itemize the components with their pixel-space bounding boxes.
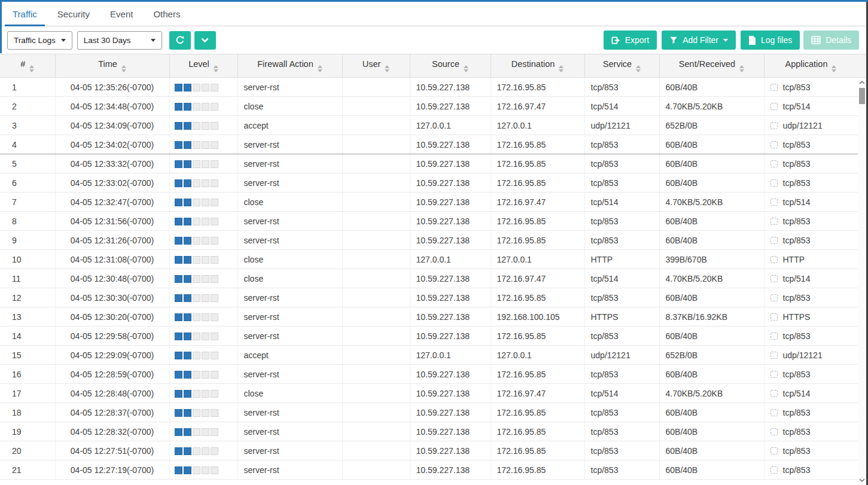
table-row[interactable]: 1 04-05 12:35:26(-0700) server-rst 10.59… [0, 78, 858, 97]
column-header-user[interactable]: User [342, 54, 410, 78]
destination-cell: 172.16.95.85 [491, 441, 584, 460]
user-cell [342, 460, 410, 480]
application-placeholder-icon [770, 160, 778, 167]
user-cell [342, 173, 410, 193]
column-header-label: Level [188, 59, 209, 69]
level-cell [169, 460, 237, 480]
application-placeholder-icon [770, 447, 778, 455]
table-row[interactable]: 18 04-05 12:28:37(-0700) server-rst 10.5… [0, 403, 858, 422]
user-cell [342, 135, 410, 154]
source-cell: 10.59.227.138 [410, 460, 491, 480]
refresh-button[interactable] [169, 31, 191, 50]
scroll-up-arrow[interactable] [858, 78, 866, 87]
source-cell: 10.59.227.138 [410, 231, 491, 250]
time-cell: 04-05 12:32:47(-0700) [55, 193, 169, 212]
application-placeholder-icon [770, 256, 778, 263]
row-number-cell: 20 [0, 441, 55, 460]
firewall-action-cell: server-rst [237, 460, 342, 480]
table-row[interactable]: 12 04-05 12:30:30(-0700) server-rst 10.5… [0, 288, 858, 307]
scrollbar-corner [858, 54, 866, 78]
table-row[interactable]: 9 04-05 12:31:26(-0700) server-rst 10.59… [0, 231, 858, 250]
level-cell [169, 173, 237, 193]
add-filter-button[interactable]: Add Filter [662, 30, 736, 50]
table-row[interactable]: 16 04-05 12:28:59(-0700) server-rst 10.5… [0, 365, 858, 384]
table-row[interactable]: 19 04-05 12:28:32(-0700) server-rst 10.5… [0, 422, 858, 441]
tab-bar: Traffic Security Event Others [0, 2, 866, 26]
toolbar-expand-button[interactable] [194, 31, 216, 50]
tab-traffic[interactable]: Traffic [2, 2, 47, 26]
table-row[interactable]: 13 04-05 12:30:20(-0700) server-rst 10.5… [0, 307, 858, 327]
destination-cell: 172.16.95.85 [491, 403, 584, 422]
table-row[interactable]: 14 04-05 12:29:58(-0700) server-rst 10.5… [0, 327, 858, 346]
column-header-col[interactable]: # [0, 54, 55, 78]
column-header-source[interactable]: Source [410, 54, 491, 78]
source-cell: 10.59.227.138 [410, 135, 491, 154]
table-row[interactable]: 10 04-05 12:31:08(-0700) close 127.0.0.1… [0, 250, 858, 269]
level-indicator [175, 122, 218, 130]
details-button[interactable]: Details [803, 30, 859, 50]
source-cell: 127.0.0.1 [410, 346, 491, 365]
application-cell: tcp/853 [764, 154, 858, 173]
table-row[interactable]: 5 04-05 12:33:32(-0700) server-rst 10.59… [0, 154, 858, 173]
column-header-destination[interactable]: Destination [491, 54, 584, 78]
application-cell: tcp/853 [764, 460, 858, 480]
column-header-level[interactable]: Level [169, 54, 237, 78]
user-cell [342, 78, 410, 97]
application-label: tcp/853 [783, 370, 811, 379]
row-number-cell: 7 [0, 193, 55, 212]
scroll-down-arrow[interactable] [858, 475, 866, 485]
column-header-firewall-action[interactable]: Firewall Action [237, 54, 342, 78]
level-cell [169, 231, 237, 250]
time-range-dropdown-value: Last 30 Days [84, 36, 131, 45]
sent-received-cell: 60B/40B [659, 288, 764, 307]
column-header-time[interactable]: Time [55, 54, 169, 78]
user-cell [342, 365, 410, 384]
user-cell [342, 384, 410, 403]
destination-cell: 172.16.95.85 [491, 231, 584, 250]
vertical-scrollbar[interactable] [858, 78, 866, 485]
tab-label: Traffic [13, 9, 37, 19]
application-cell: tcp/853 [764, 441, 858, 460]
sent-received-cell: 652B/0B [659, 346, 764, 365]
column-header-sent-received[interactable]: Sent/Received [659, 54, 764, 78]
sent-received-cell: 4.70KB/5.20KB [659, 97, 764, 116]
sent-received-cell: 60B/40B [659, 327, 764, 346]
row-number-cell: 8 [0, 212, 55, 231]
table-row[interactable]: 11 04-05 12:30:48(-0700) close 10.59.227… [0, 269, 858, 288]
table-row[interactable]: 4 04-05 12:34:02(-0700) server-rst 10.59… [0, 135, 858, 154]
table-row[interactable]: 17 04-05 12:28:48(-0700) close 10.59.227… [0, 384, 858, 403]
user-cell [342, 307, 410, 327]
log-type-dropdown[interactable]: Traffic Logs [7, 31, 72, 50]
export-button[interactable]: Export [604, 30, 657, 50]
time-cell: 04-05 12:29:09(-0700) [55, 346, 169, 365]
tab-security[interactable]: Security [47, 2, 100, 26]
table-row[interactable]: 15 04-05 12:29:09(-0700) accept 127.0.0.… [0, 346, 858, 365]
tab-others[interactable]: Others [143, 2, 190, 26]
column-header-application[interactable]: Application [764, 54, 858, 78]
scrollbar-thumb[interactable] [859, 88, 865, 104]
service-cell: tcp/853 [584, 135, 659, 154]
table-row[interactable]: 20 04-05 12:27:51(-0700) server-rst 10.5… [0, 441, 858, 460]
tab-event[interactable]: Event [100, 2, 143, 26]
sort-icon [739, 65, 744, 72]
sent-received-cell: 60B/40B [659, 403, 764, 422]
user-cell [342, 231, 410, 250]
application-placeholder-icon [770, 103, 778, 110]
table-row[interactable]: 6 04-05 12:33:02(-0700) server-rst 10.59… [0, 173, 858, 193]
column-header-service[interactable]: Service [584, 54, 659, 78]
time-cell: 04-05 12:27:51(-0700) [55, 441, 169, 460]
firewall-action-cell: server-rst [237, 212, 342, 231]
table-row[interactable]: 2 04-05 12:34:48(-0700) close 10.59.227.… [0, 97, 858, 116]
source-cell: 10.59.227.138 [410, 327, 491, 346]
time-range-dropdown[interactable]: Last 30 Days [77, 31, 162, 50]
sent-received-cell: 60B/40B [659, 441, 764, 460]
application-label: tcp/853 [783, 408, 811, 417]
table-row[interactable]: 7 04-05 12:32:47(-0700) close 10.59.227.… [0, 193, 858, 212]
application-cell: tcp/853 [764, 288, 858, 307]
log-files-button[interactable]: Log files [741, 30, 800, 50]
table-row[interactable]: 3 04-05 12:34:09(-0700) accept 127.0.0.1… [0, 116, 858, 135]
table-row[interactable]: 21 04-05 12:27:19(-0700) server-rst 10.5… [0, 460, 858, 480]
table-row[interactable]: 8 04-05 12:31:56(-0700) server-rst 10.59… [0, 212, 858, 231]
destination-cell: 127.0.0.1 [491, 250, 584, 269]
user-cell [342, 116, 410, 135]
